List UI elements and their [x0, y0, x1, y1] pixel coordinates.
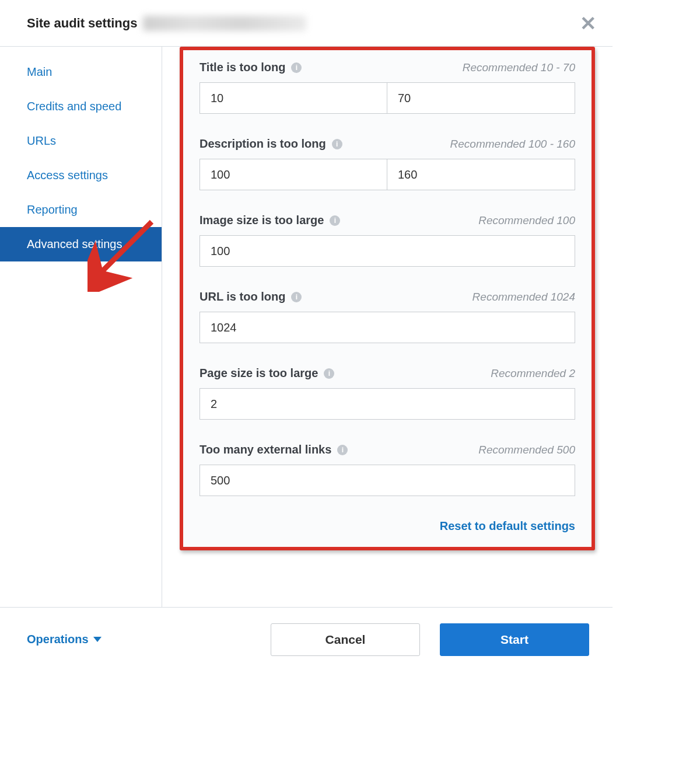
- modal-body: Main Credits and speed URLs Access setti…: [0, 47, 612, 607]
- modal-frame: Site audit settings ✕ Main Credits and s…: [0, 0, 612, 671]
- modal-header: Site audit settings ✕: [0, 0, 612, 47]
- field-label-row: Image size is too large i Recommended 10…: [200, 214, 575, 227]
- sidebar-item-label: Access settings: [27, 169, 108, 182]
- field-label-row: URL is too long i Recommended 1024: [200, 290, 575, 303]
- sidebar-item-label: Advanced settings: [27, 238, 122, 250]
- field-label: URL is too long i: [200, 290, 302, 303]
- field-recommended: Recommended 10 - 70: [463, 61, 575, 74]
- field-title-too-long: Title is too long i Recommended 10 - 70: [200, 61, 575, 114]
- field-label-row: Page size is too large i Recommended 2: [200, 367, 575, 380]
- field-recommended: Recommended 100 - 160: [450, 138, 575, 151]
- field-label: Too many external links i: [200, 443, 348, 456]
- field-label: Page size is too large i: [200, 367, 334, 380]
- field-recommended: Recommended 500: [478, 444, 575, 456]
- field-recommended: Recommended 2: [491, 367, 575, 380]
- info-icon[interactable]: i: [291, 292, 302, 302]
- operations-dropdown[interactable]: Operations: [27, 633, 102, 646]
- info-icon[interactable]: i: [324, 368, 334, 379]
- info-icon[interactable]: i: [291, 62, 302, 73]
- cancel-button[interactable]: Cancel: [271, 623, 420, 656]
- sidebar-item-label: URLs: [27, 134, 56, 147]
- field-label-text: Image size is too large: [200, 214, 324, 227]
- sidebar-item-main[interactable]: Main: [0, 55, 162, 89]
- sidebar-item-credits-speed[interactable]: Credits and speed: [0, 89, 162, 124]
- field-label-row: Description is too long i Recommended 10…: [200, 137, 575, 151]
- url-length-input[interactable]: [200, 312, 575, 343]
- info-icon[interactable]: i: [337, 445, 348, 455]
- sidebar-item-advanced-settings[interactable]: Advanced settings: [0, 227, 162, 261]
- info-icon[interactable]: i: [332, 139, 342, 149]
- field-input-row: [200, 465, 575, 496]
- field-label-text: Page size is too large: [200, 367, 318, 380]
- sidebar-item-label: Reporting: [27, 203, 78, 216]
- main-panel: Title is too long i Recommended 10 - 70: [162, 47, 612, 607]
- sidebar-item-urls[interactable]: URLs: [0, 124, 162, 158]
- field-url-too-long: URL is too long i Recommended 1024: [200, 290, 575, 343]
- field-label-text: Title is too long: [200, 61, 285, 74]
- page-size-input[interactable]: [200, 388, 575, 420]
- info-icon[interactable]: i: [330, 215, 340, 226]
- settings-highlight-box: Title is too long i Recommended 10 - 70: [180, 47, 595, 550]
- field-label: Title is too long i: [200, 61, 302, 74]
- sidebar-item-reporting[interactable]: Reporting: [0, 193, 162, 227]
- field-label-text: URL is too long: [200, 290, 285, 303]
- sidebar-item-label: Credits and speed: [27, 100, 121, 113]
- field-input-row: [200, 82, 575, 114]
- field-input-row: [200, 159, 575, 190]
- description-max-input[interactable]: [387, 159, 575, 190]
- description-min-input[interactable]: [200, 159, 387, 190]
- sidebar-item-access-settings[interactable]: Access settings: [0, 158, 162, 193]
- field-description-too-long: Description is too long i Recommended 10…: [200, 137, 575, 190]
- field-input-row: [200, 312, 575, 343]
- modal-subtitle-redacted: [143, 16, 306, 31]
- external-links-input[interactable]: [200, 465, 575, 496]
- field-label-text: Too many external links: [200, 443, 331, 456]
- start-button[interactable]: Start: [440, 623, 589, 656]
- sidebar: Main Credits and speed URLs Access setti…: [0, 47, 162, 607]
- operations-label: Operations: [27, 633, 89, 646]
- title-max-input[interactable]: [387, 82, 575, 114]
- field-input-row: [200, 388, 575, 420]
- reset-to-default-link[interactable]: Reset to default settings: [200, 519, 575, 533]
- field-image-size: Image size is too large i Recommended 10…: [200, 214, 575, 267]
- image-size-input[interactable]: [200, 235, 575, 267]
- field-label: Description is too long i: [200, 137, 342, 151]
- field-input-row: [200, 235, 575, 267]
- field-page-size: Page size is too large i Recommended 2: [200, 367, 575, 420]
- field-label: Image size is too large i: [200, 214, 340, 227]
- field-recommended: Recommended 100: [478, 214, 575, 227]
- modal-footer: Operations Cancel Start: [0, 607, 612, 671]
- modal-title: Site audit settings: [27, 16, 137, 31]
- close-icon[interactable]: ✕: [580, 13, 596, 33]
- field-label-text: Description is too long: [200, 137, 326, 151]
- field-external-links: Too many external links i Recommended 50…: [200, 443, 575, 496]
- field-label-row: Title is too long i Recommended 10 - 70: [200, 61, 575, 74]
- title-min-input[interactable]: [200, 82, 387, 114]
- field-recommended: Recommended 1024: [473, 291, 575, 303]
- field-label-row: Too many external links i Recommended 50…: [200, 443, 575, 456]
- sidebar-item-label: Main: [27, 65, 52, 78]
- chevron-down-icon: [93, 637, 102, 642]
